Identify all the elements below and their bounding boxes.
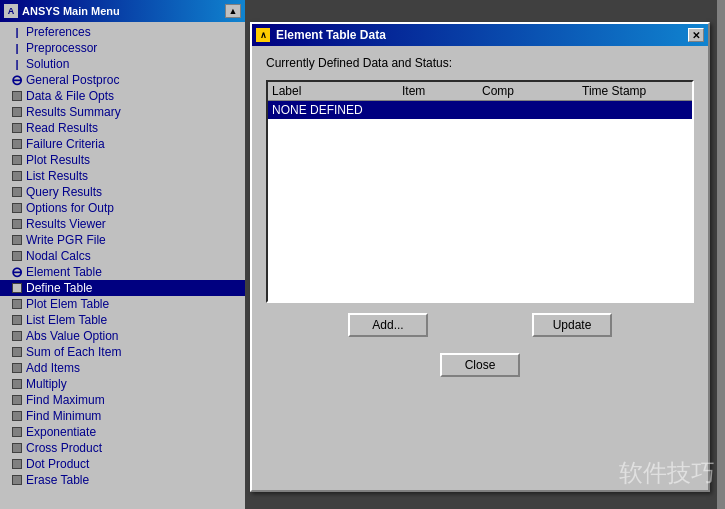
sidebar-item-write-pgr[interactable]: Write PGR File (0, 232, 245, 248)
sidebar-item-data-file-opts[interactable]: Data & File Opts (0, 88, 245, 104)
sq-icon (10, 361, 24, 375)
sidebar-item-results-summary[interactable]: Results Summary (0, 104, 245, 120)
plus-icon (10, 185, 24, 199)
plus-icon (10, 153, 24, 167)
ansys-expand-button[interactable]: ▲ (225, 4, 241, 18)
sidebar-item-solution[interactable]: | Solution (0, 56, 245, 72)
sq-icon (10, 377, 24, 391)
data-table: Label Item Comp Time Stamp NONE DEFINED (266, 80, 694, 303)
ansys-main-menu: A ANSYS Main Menu ▲ | Preferences | Prep… (0, 0, 245, 509)
dialog-titlebar: ∧ Element Table Data ✕ (252, 24, 708, 46)
sidebar-item-list-elem-table[interactable]: List Elem Table (0, 312, 245, 328)
dialog-title: Element Table Data (276, 28, 386, 42)
sq-icon (10, 425, 24, 439)
bullet-icon: | (10, 41, 24, 55)
sidebar-item-define-table[interactable]: Define Table (0, 280, 245, 296)
sidebar-item-plot-results[interactable]: Plot Results (0, 152, 245, 168)
table-row[interactable]: NONE DEFINED (268, 101, 692, 119)
sq-icon (10, 409, 24, 423)
sq-icon (10, 345, 24, 359)
sidebar-item-erase-table[interactable]: Erase Table (0, 472, 245, 488)
plus-icon (10, 121, 24, 135)
sidebar-item-results-viewer[interactable]: Results Viewer (0, 216, 245, 232)
ansys-icon: A (4, 4, 18, 18)
plus-icon (10, 249, 24, 263)
bullet-icon: | (10, 57, 24, 71)
update-button[interactable]: Update (532, 313, 612, 337)
sq-icon (10, 457, 24, 471)
col-header-item: Item (402, 84, 482, 98)
sidebar-item-multiply[interactable]: Multiply (0, 376, 245, 392)
sidebar-item-preferences[interactable]: | Preferences (0, 24, 245, 40)
close-button-row: Close (266, 353, 694, 377)
sidebar-item-cross-product[interactable]: Cross Product (0, 440, 245, 456)
sidebar-item-find-max[interactable]: Find Maximum (0, 392, 245, 408)
sidebar-item-general-postproc[interactable]: ⊖ General Postproc (0, 72, 245, 88)
dialog-close-x-button[interactable]: ✕ (688, 28, 704, 42)
plus-icon (10, 169, 24, 183)
dialog-content: Currently Defined Data and Status: Label… (252, 46, 708, 387)
bullet-icon: | (10, 25, 24, 39)
sidebar-item-list-results[interactable]: List Results (0, 168, 245, 184)
sidebar-item-plot-elem-table[interactable]: Plot Elem Table (0, 296, 245, 312)
plus-icon (10, 217, 24, 231)
cell-label: NONE DEFINED (272, 103, 402, 117)
element-table-dialog: ∧ Element Table Data ✕ Currently Defined… (250, 22, 710, 492)
sidebar-item-query-results[interactable]: Query Results (0, 184, 245, 200)
sidebar-item-add-items[interactable]: Add Items (0, 360, 245, 376)
plus-icon (10, 137, 24, 151)
col-header-timestamp: Time Stamp (582, 84, 682, 98)
plus-icon (10, 233, 24, 247)
sidebar-item-nodal-calcs[interactable]: Nodal Calcs (0, 248, 245, 264)
dialog-subtitle: Currently Defined Data and Status: (266, 56, 694, 70)
close-button[interactable]: Close (440, 353, 520, 377)
ansys-titlebar: A ANSYS Main Menu ▲ (0, 0, 245, 22)
col-header-label: Label (272, 84, 402, 98)
minus-icon: ⊖ (10, 265, 24, 279)
table-header: Label Item Comp Time Stamp (268, 82, 692, 101)
sq-icon (10, 441, 24, 455)
sq-icon (10, 313, 24, 327)
sidebar-item-element-table[interactable]: ⊖ Element Table (0, 264, 245, 280)
table-body: NONE DEFINED (268, 101, 692, 301)
top-button-row: Add... Update (266, 313, 694, 337)
sidebar-item-options-outp[interactable]: Options for Outp (0, 200, 245, 216)
sq-icon (10, 473, 24, 487)
plus-icon (10, 201, 24, 215)
sidebar-item-abs-value[interactable]: Abs Value Option (0, 328, 245, 344)
sq-icon (10, 281, 24, 295)
ansys-title: ANSYS Main Menu (22, 5, 120, 17)
sq-icon (10, 329, 24, 343)
sq-icon (10, 297, 24, 311)
sidebar-item-exponentiate[interactable]: Exponentiate (0, 424, 245, 440)
bullet-icon: ⊖ (10, 73, 24, 87)
sidebar-item-dot-product[interactable]: Dot Product (0, 456, 245, 472)
plus-icon (10, 105, 24, 119)
sidebar-item-preprocessor[interactable]: | Preprocessor (0, 40, 245, 56)
col-header-comp: Comp (482, 84, 582, 98)
sidebar-item-find-min[interactable]: Find Minimum (0, 408, 245, 424)
menu-panel: | Preferences | Preprocessor | Solution … (0, 22, 245, 490)
dialog-icon: ∧ (256, 28, 270, 42)
sidebar-item-failure-criteria[interactable]: Failure Criteria (0, 136, 245, 152)
right-edge-strip (717, 0, 725, 509)
add-button[interactable]: Add... (348, 313, 428, 337)
sq-icon (10, 393, 24, 407)
plus-icon (10, 89, 24, 103)
sidebar-item-sum-each-item[interactable]: Sum of Each Item (0, 344, 245, 360)
sidebar-item-read-results[interactable]: Read Results (0, 120, 245, 136)
